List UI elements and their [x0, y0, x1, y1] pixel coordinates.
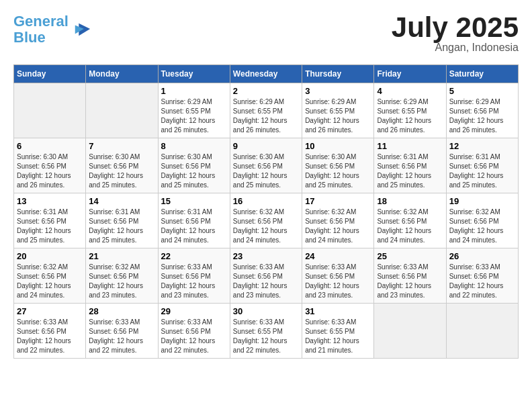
day-number: 15	[161, 196, 227, 206]
weekday-header-tuesday: Tuesday	[158, 65, 230, 83]
weekday-header-sunday: Sunday	[14, 65, 86, 83]
calendar-cell: 16Sunrise: 6:32 AMSunset: 6:56 PMDayligh…	[230, 193, 302, 248]
calendar-week-row: 1Sunrise: 6:29 AMSunset: 6:55 PMDaylight…	[14, 83, 519, 138]
day-info: Sunrise: 6:33 AMSunset: 6:56 PMDaylight:…	[161, 263, 227, 300]
day-number: 21	[89, 251, 154, 261]
calendar-cell: 3Sunrise: 6:29 AMSunset: 6:55 PMDaylight…	[302, 83, 374, 138]
calendar-cell: 5Sunrise: 6:29 AMSunset: 6:56 PMDaylight…	[446, 83, 518, 138]
day-number: 19	[449, 196, 515, 206]
day-number: 5	[449, 86, 515, 96]
calendar-week-row: 20Sunrise: 6:32 AMSunset: 6:56 PMDayligh…	[14, 248, 519, 304]
calendar-cell: 15Sunrise: 6:31 AMSunset: 6:56 PMDayligh…	[158, 193, 230, 248]
day-number: 18	[377, 196, 443, 206]
title-block: July 2025 Angan, Indonesia	[392, 13, 519, 54]
calendar-cell: 7Sunrise: 6:30 AMSunset: 6:56 PMDaylight…	[86, 138, 158, 193]
day-number: 17	[305, 196, 371, 206]
calendar-cell: 24Sunrise: 6:33 AMSunset: 6:56 PMDayligh…	[302, 248, 374, 304]
calendar-cell: 20Sunrise: 6:32 AMSunset: 6:56 PMDayligh…	[14, 248, 86, 304]
day-number: 12	[449, 141, 515, 151]
calendar-cell: 30Sunrise: 6:33 AMSunset: 6:55 PMDayligh…	[230, 304, 302, 359]
day-number: 30	[233, 306, 299, 316]
day-info: Sunrise: 6:32 AMSunset: 6:56 PMDaylight:…	[17, 263, 83, 300]
day-info: Sunrise: 6:30 AMSunset: 6:56 PMDaylight:…	[161, 152, 227, 190]
calendar-cell: 17Sunrise: 6:32 AMSunset: 6:56 PMDayligh…	[302, 193, 374, 248]
month-year: July 2025	[392, 13, 519, 42]
calendar-cell: 23Sunrise: 6:33 AMSunset: 6:56 PMDayligh…	[230, 248, 302, 304]
calendar-cell: 6Sunrise: 6:30 AMSunset: 6:56 PMDaylight…	[14, 138, 86, 193]
calendar-cell: 10Sunrise: 6:30 AMSunset: 6:56 PMDayligh…	[302, 138, 374, 193]
day-info: Sunrise: 6:31 AMSunset: 6:56 PMDaylight:…	[161, 208, 227, 245]
day-info: Sunrise: 6:31 AMSunset: 6:56 PMDaylight:…	[377, 152, 443, 190]
calendar-cell: 2Sunrise: 6:29 AMSunset: 6:55 PMDaylight…	[230, 83, 302, 138]
day-info: Sunrise: 6:33 AMSunset: 6:56 PMDaylight:…	[449, 263, 515, 300]
calendar-cell: 31Sunrise: 6:33 AMSunset: 6:55 PMDayligh…	[302, 304, 374, 359]
day-number: 27	[17, 306, 83, 316]
calendar-cell: 14Sunrise: 6:31 AMSunset: 6:56 PMDayligh…	[86, 193, 158, 248]
day-info: Sunrise: 6:33 AMSunset: 6:56 PMDaylight:…	[17, 318, 83, 355]
day-number: 13	[17, 196, 83, 206]
day-info: Sunrise: 6:33 AMSunset: 6:56 PMDaylight:…	[161, 318, 227, 355]
day-info: Sunrise: 6:32 AMSunset: 6:56 PMDaylight:…	[233, 208, 299, 245]
calendar-cell: 29Sunrise: 6:33 AMSunset: 6:56 PMDayligh…	[158, 304, 230, 359]
day-info: Sunrise: 6:29 AMSunset: 6:55 PMDaylight:…	[233, 97, 299, 135]
day-info: Sunrise: 6:29 AMSunset: 6:55 PMDaylight:…	[305, 97, 371, 135]
calendar-cell: 1Sunrise: 6:29 AMSunset: 6:55 PMDaylight…	[158, 83, 230, 138]
day-info: Sunrise: 6:33 AMSunset: 6:56 PMDaylight:…	[89, 318, 154, 355]
calendar-week-row: 6Sunrise: 6:30 AMSunset: 6:56 PMDaylight…	[14, 138, 519, 193]
day-info: Sunrise: 6:29 AMSunset: 6:56 PMDaylight:…	[449, 97, 515, 135]
calendar-table: SundayMondayTuesdayWednesdayThursdayFrid…	[13, 64, 519, 359]
day-number: 22	[161, 251, 227, 261]
day-info: Sunrise: 6:30 AMSunset: 6:56 PMDaylight:…	[233, 152, 299, 190]
page-header: GeneralBlue July 2025 Angan, Indonesia	[13, 13, 519, 54]
day-number: 6	[17, 141, 83, 151]
day-number: 20	[17, 251, 83, 261]
calendar-cell	[14, 83, 86, 138]
weekday-header-thursday: Thursday	[302, 65, 374, 83]
calendar-cell: 28Sunrise: 6:33 AMSunset: 6:56 PMDayligh…	[86, 304, 158, 359]
location: Angan, Indonesia	[392, 42, 519, 54]
day-info: Sunrise: 6:29 AMSunset: 6:55 PMDaylight:…	[161, 97, 227, 135]
logo-icon	[73, 20, 91, 39]
calendar-cell: 13Sunrise: 6:31 AMSunset: 6:56 PMDayligh…	[14, 193, 86, 248]
day-number: 29	[161, 306, 227, 316]
weekday-header-saturday: Saturday	[446, 65, 518, 83]
calendar-cell: 21Sunrise: 6:32 AMSunset: 6:56 PMDayligh…	[86, 248, 158, 304]
day-info: Sunrise: 6:31 AMSunset: 6:56 PMDaylight:…	[89, 208, 154, 245]
day-number: 1	[161, 86, 227, 96]
day-number: 26	[449, 251, 515, 261]
day-number: 16	[233, 196, 299, 206]
weekday-header-friday: Friday	[374, 65, 446, 83]
calendar-week-row: 27Sunrise: 6:33 AMSunset: 6:56 PMDayligh…	[14, 304, 519, 359]
calendar-cell: 22Sunrise: 6:33 AMSunset: 6:56 PMDayligh…	[158, 248, 230, 304]
weekday-header-row: SundayMondayTuesdayWednesdayThursdayFrid…	[14, 65, 519, 83]
day-number: 4	[377, 86, 443, 96]
day-info: Sunrise: 6:31 AMSunset: 6:56 PMDaylight:…	[17, 208, 83, 245]
day-info: Sunrise: 6:33 AMSunset: 6:55 PMDaylight:…	[233, 318, 299, 355]
day-info: Sunrise: 6:32 AMSunset: 6:56 PMDaylight:…	[89, 263, 154, 300]
day-number: 8	[161, 141, 227, 151]
calendar-cell: 27Sunrise: 6:33 AMSunset: 6:56 PMDayligh…	[14, 304, 86, 359]
day-number: 3	[305, 86, 371, 96]
calendar-cell	[374, 304, 446, 359]
day-number: 7	[89, 141, 154, 151]
calendar-cell	[86, 83, 158, 138]
day-number: 9	[233, 141, 299, 151]
calendar-cell: 18Sunrise: 6:32 AMSunset: 6:56 PMDayligh…	[374, 193, 446, 248]
day-number: 28	[89, 306, 154, 316]
calendar-cell: 4Sunrise: 6:29 AMSunset: 6:55 PMDaylight…	[374, 83, 446, 138]
calendar-cell: 12Sunrise: 6:31 AMSunset: 6:56 PMDayligh…	[446, 138, 518, 193]
calendar-cell: 19Sunrise: 6:32 AMSunset: 6:56 PMDayligh…	[446, 193, 518, 248]
weekday-header-monday: Monday	[86, 65, 158, 83]
calendar-cell	[446, 304, 518, 359]
day-info: Sunrise: 6:33 AMSunset: 6:56 PMDaylight:…	[377, 263, 443, 300]
day-number: 23	[233, 251, 299, 261]
day-info: Sunrise: 6:30 AMSunset: 6:56 PMDaylight:…	[305, 152, 371, 190]
calendar-cell: 11Sunrise: 6:31 AMSunset: 6:56 PMDayligh…	[374, 138, 446, 193]
calendar-cell: 25Sunrise: 6:33 AMSunset: 6:56 PMDayligh…	[374, 248, 446, 304]
day-info: Sunrise: 6:30 AMSunset: 6:56 PMDaylight:…	[89, 152, 154, 190]
logo: GeneralBlue	[13, 13, 91, 46]
day-info: Sunrise: 6:31 AMSunset: 6:56 PMDaylight:…	[449, 152, 515, 190]
weekday-header-wednesday: Wednesday	[230, 65, 302, 83]
day-number: 2	[233, 86, 299, 96]
day-number: 14	[89, 196, 154, 206]
